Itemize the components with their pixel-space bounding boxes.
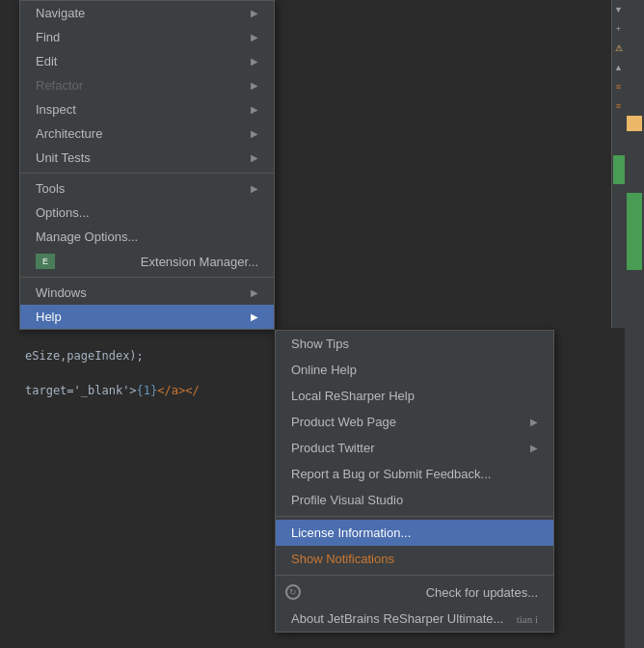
help-local-resharper[interactable]: Local ReSharper Help xyxy=(276,383,553,409)
menu-item-extension-manager[interactable]: E Extension Manager... xyxy=(20,249,274,274)
help-report-bug[interactable]: Report a Bug or Submit Feedback... xyxy=(276,461,553,487)
menu-item-unit-tests[interactable]: Unit Tests ▶ xyxy=(20,146,274,170)
menu-item-find[interactable]: Find ▶ xyxy=(20,25,274,49)
help-profile-vs[interactable]: Profile Visual Studio xyxy=(276,487,553,513)
help-separator-2 xyxy=(276,575,553,576)
resharper-btn-1[interactable]: ▼ xyxy=(612,1,626,18)
arrow-icon: ▶ xyxy=(251,128,258,139)
resharper-btn-warning[interactable]: ⚠ xyxy=(612,40,626,57)
scrollbar[interactable] xyxy=(625,0,644,648)
arrow-icon: ▶ xyxy=(251,104,258,115)
menu-item-manage-options[interactable]: Manage Options... xyxy=(20,225,274,249)
primary-menu: Navigate ▶ Find ▶ Edit ▶ Refactor ▶ Insp… xyxy=(19,0,275,330)
menu-item-tools[interactable]: Tools ▶ xyxy=(20,176,274,201)
menu-item-architecture[interactable]: Architecture ▶ xyxy=(20,122,274,146)
menu-item-edit[interactable]: Edit ▶ xyxy=(20,49,274,73)
help-show-notifications[interactable]: Show Notifications xyxy=(276,546,553,572)
help-product-web-page[interactable]: Product Web Page ▶ xyxy=(276,409,553,435)
arrow-icon: ▶ xyxy=(251,56,258,67)
menu-item-inspect[interactable]: Inspect ▶ xyxy=(20,97,274,122)
menu-item-navigate[interactable]: Navigate ▶ xyxy=(20,1,274,25)
separator-1 xyxy=(20,173,274,174)
arrow-icon: ▶ xyxy=(251,183,258,194)
help-online-help[interactable]: Online Help xyxy=(276,357,553,383)
arrow-icon: ▶ xyxy=(251,80,258,91)
resharper-toolbar: ▼ + ⚠ ▲ ≡ ≡ xyxy=(611,0,625,328)
about-tian-suffix: tian i xyxy=(517,613,538,625)
scrollbar-change-marker xyxy=(627,193,642,270)
menu-item-help[interactable]: Help ▶ xyxy=(20,305,274,329)
extension-icon: E xyxy=(36,254,55,269)
help-check-updates[interactable]: ↻ Check for updates... xyxy=(276,579,553,606)
arrow-icon: ▶ xyxy=(251,152,258,163)
menu-item-options[interactable]: Options... xyxy=(20,201,274,225)
arrow-icon: ▶ xyxy=(251,8,258,18)
resharper-btn-green1 xyxy=(613,155,625,184)
menu-item-windows[interactable]: Windows ▶ xyxy=(20,281,274,305)
help-submenu: Show Tips Online Help Local ReSharper He… xyxy=(275,330,554,633)
menu-item-refactor[interactable]: Refactor ▶ xyxy=(20,73,274,97)
help-license-info[interactable]: License Information... xyxy=(276,520,553,546)
update-circle-icon: ↻ xyxy=(285,584,301,600)
arrow-icon: ▶ xyxy=(251,287,258,298)
resharper-btn-2[interactable]: + xyxy=(612,20,626,38)
help-about[interactable]: About JetBrains ReSharper Ultimate... ti… xyxy=(276,606,553,632)
arrow-icon-active: ▶ xyxy=(251,311,258,322)
resharper-btn-lines2[interactable]: ≡ xyxy=(612,97,626,115)
help-show-tips[interactable]: Show Tips xyxy=(276,331,553,357)
separator-2 xyxy=(20,277,274,278)
help-separator-1 xyxy=(276,516,553,517)
scrollbar-warning-marker xyxy=(627,116,642,131)
resharper-btn-up[interactable]: ▲ xyxy=(612,59,626,76)
arrow-icon: ▶ xyxy=(530,443,538,453)
arrow-icon: ▶ xyxy=(530,417,538,427)
resharper-btn-lines1[interactable]: ≡ xyxy=(612,78,626,95)
help-product-twitter[interactable]: Product Twitter ▶ xyxy=(276,435,553,461)
arrow-icon: ▶ xyxy=(251,32,258,42)
